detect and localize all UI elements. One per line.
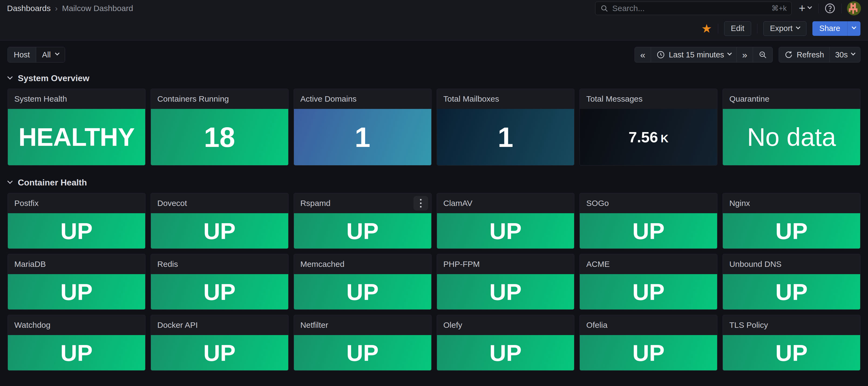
section-header-container-health[interactable]: Container Health [0,167,868,193]
container-panel-acme: ACMEUP [580,254,717,310]
panel-value-area: UP [580,335,717,371]
share-button-group: Share [812,21,861,36]
panel-title[interactable]: Docker API [151,315,288,335]
container-panel-mariadb: MariaDBUP [7,254,146,310]
breadcrumb-separator-icon: › [55,4,58,13]
time-shift-back-button[interactable]: « [635,47,651,62]
time-shift-forward-button[interactable]: » [737,47,753,62]
panel-title[interactable]: Containers Running [151,89,288,109]
edit-button[interactable]: Edit [724,21,751,36]
panel-title[interactable]: Postfix [8,193,145,213]
panel-title[interactable]: PHP-FPM [437,254,575,274]
panel-value-area: UP [580,274,717,310]
container-panel-tls-policy: TLS PolicyUP [722,315,861,371]
stat-value: 1 [498,123,513,151]
share-menu-button[interactable] [847,21,861,36]
panel-title[interactable]: ACME [580,254,717,274]
double-chevron-left-icon: « [640,50,645,59]
stat-value: UP [632,219,664,243]
plus-icon: + [799,3,805,14]
clock-icon [656,50,665,59]
refresh-interval-dropdown[interactable]: 30s [829,47,860,62]
stat-value: UP [489,341,522,364]
refresh-icon [784,50,793,59]
panel-menu-button[interactable] [413,196,428,211]
stat-value: UP [346,219,378,243]
favorite-star-icon[interactable]: ★ [701,23,712,35]
panel-value-area: 1 [294,109,431,165]
export-button[interactable]: Export [763,21,806,36]
divider [757,24,757,33]
system-overview-grid: System HealthHEALTHYContainers Running18… [0,89,868,166]
time-range-dropdown[interactable]: Last 15 minutes [651,47,737,62]
panel-value-area: UP [151,274,288,310]
refresh-button[interactable]: Refresh [779,47,830,62]
panel-value-area: UP [437,213,575,249]
host-variable-dropdown[interactable]: All [36,47,65,62]
add-new-button[interactable]: + [797,3,813,14]
container-panel-watchdog: WatchdogUP [7,315,146,371]
panel-title[interactable]: Rspamd [294,193,431,213]
panel-title[interactable]: Nginx [723,193,860,213]
panel-title[interactable]: Active Domains [294,89,431,109]
section-header-system-overview[interactable]: System Overview [0,63,868,89]
refresh-button-label: Refresh [797,50,824,59]
panel-title[interactable]: Netfilter [294,315,431,335]
breadcrumb: Dashboards › Mailcow Dashboard [7,4,133,13]
panel-title[interactable]: Total Mailboxes [437,89,575,109]
search-input[interactable]: Search... ⌘+k [595,2,792,15]
panel-value-area: UP [437,335,575,371]
stat-value: UP [489,280,522,304]
panel-title[interactable]: MariaDB [8,254,145,274]
help-button[interactable] [824,2,836,14]
panel-title[interactable]: TLS Policy [723,315,860,335]
breadcrumb-current-page: Mailcow Dashboard [62,4,133,13]
panel-title[interactable]: SOGo [580,193,717,213]
stat-value: UP [775,341,808,364]
container-panel-olefy: OlefyUP [437,315,575,371]
top-nav-bar: Dashboards › Mailcow Dashboard Search...… [0,0,868,17]
breadcrumb-dashboards-link[interactable]: Dashboards [7,4,51,13]
chevron-down-icon [851,51,856,56]
panel-title[interactable]: Memcached [294,254,431,274]
dashboard-toolbar: Host All « Last 15 minutes [0,40,868,63]
zoom-out-button[interactable] [753,47,772,62]
panel-title[interactable]: Unbound DNS [723,254,860,274]
stat-value: No data [747,125,836,150]
grafana-mailcow-dashboard: Dashboards › Mailcow Dashboard Search...… [0,0,868,386]
share-button[interactable]: Share [812,21,847,36]
stat-value: 18 [204,123,235,151]
panel-title[interactable]: Total Messages [580,89,717,109]
container-panel-dovecot: DovecotUP [151,193,288,249]
panel-value-area: UP [8,335,145,371]
stat-panel-active-domains: Active Domains1 [293,89,432,166]
panel-value-area: 1 [437,109,575,165]
panel-title[interactable]: Olefy [437,315,575,335]
panel-title[interactable]: Dovecot [151,193,288,213]
stat-panel-total-messages: Total Messages7.56K [580,89,717,166]
panel-value-area: UP [723,213,860,249]
panel-value-area: UP [151,335,288,371]
panel-value-area: UP [294,213,431,249]
panel-title[interactable]: Watchdog [8,315,145,335]
panel-title[interactable]: ClamAV [437,193,575,213]
panel-title[interactable]: Redis [151,254,288,274]
user-avatar[interactable] [847,1,861,15]
panel-value-area: UP [294,335,431,371]
stat-value: UP [346,341,378,364]
search-placeholder: Search... [612,4,768,13]
stat-value: UP [60,280,93,304]
panel-title[interactable]: System Health [8,89,145,109]
panel-title[interactable]: Quarantine [723,89,860,109]
panel-title[interactable]: Ofelia [580,315,717,335]
chevron-down-icon [796,25,800,29]
chevron-down-icon [808,5,812,9]
panel-value-area: UP [437,274,575,310]
container-panel-netfilter: NetfilterUP [293,315,432,371]
stat-value: UP [775,280,808,304]
host-variable-control: Host All [7,47,65,63]
container-panel-postfix: PostfixUP [7,193,146,249]
container-panel-sogo: SOGoUP [580,193,717,249]
panel-value-area: UP [580,213,717,249]
container-health-grid-row2: MariaDBUPRedisUPMemcachedUPPHP-FPMUPACME… [0,254,868,310]
